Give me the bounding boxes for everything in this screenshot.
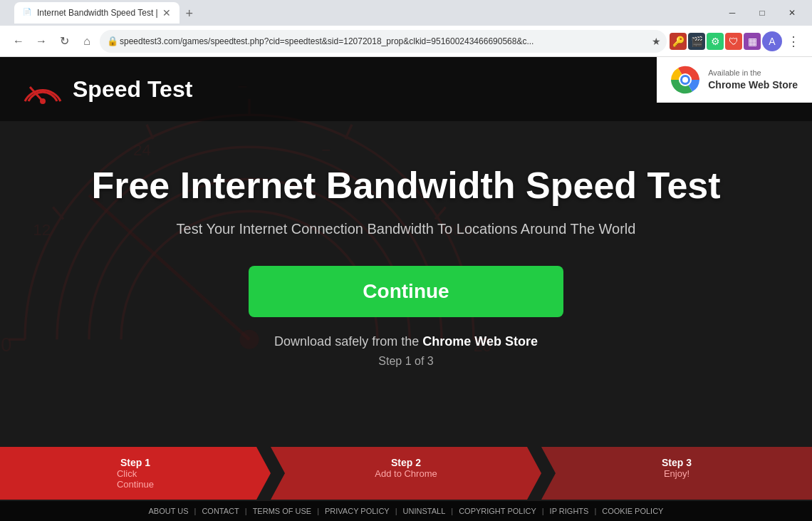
chrome-logo-icon <box>671 66 699 94</box>
step-indicator: Step 1 of 3 <box>378 355 433 368</box>
footer-cookie[interactable]: COOKIE POLICY <box>602 507 663 515</box>
page-title: Free Internet Bandwidth Speed Test <box>91 164 720 207</box>
download-store-name: Chrome Web Store <box>422 334 538 349</box>
logo-text: Speed Test <box>73 76 192 103</box>
ext-icon-2[interactable]: 🎬 <box>688 33 705 50</box>
footer-about[interactable]: ABOUT US <box>149 507 189 515</box>
cws-store-text: Chrome Web Store <box>708 78 798 93</box>
chrome-menu-button[interactable]: ⋮ <box>784 31 803 51</box>
home-button[interactable]: ⌂ <box>77 31 97 51</box>
logo-container: Speed Test <box>21 71 192 107</box>
tab-bar: 📄 Internet Bandwidth Speed Test | ✕ + <box>14 2 715 24</box>
download-text: Download safely from the Chrome Web Stor… <box>274 334 538 349</box>
footer-terms[interactable]: TERMS OF USE <box>253 507 312 515</box>
tab-close-button[interactable]: ✕ <box>162 7 171 19</box>
footer-uninstall[interactable]: UNINSTALL <box>403 507 446 515</box>
ext-icon-5[interactable]: ▦ <box>744 33 761 50</box>
svg-point-21 <box>682 77 688 83</box>
ext-icon-1[interactable]: 🔑 <box>670 33 687 50</box>
logo-icon <box>21 71 64 107</box>
download-prefix: Download safely from the <box>274 334 422 349</box>
lock-icon: 🔒 <box>107 36 118 46</box>
cws-text: Available in the Chrome Web Store <box>708 68 798 93</box>
page-content: 0 12 24 − − Mb/s 20 <box>0 57 812 521</box>
footer-contact[interactable]: CONTACT <box>202 507 239 515</box>
footer-copyright[interactable]: COPYRIGHT POLICY <box>459 507 536 515</box>
window-right-controls: ─ □ ✕ <box>718 0 806 26</box>
footer-privacy[interactable]: PRIVACY POLICY <box>325 507 390 515</box>
browser-frame: 📄 Internet Bandwidth Speed Test | ✕ + ─ … <box>0 0 812 521</box>
ext-icon-4[interactable]: 🛡 <box>725 33 742 50</box>
toolbar-icons: 🔑 🎬 ⚙ 🛡 ▦ A ⋮ <box>670 31 803 51</box>
url-input[interactable] <box>100 30 667 53</box>
site-header: Speed Test Available in the <box>0 57 812 121</box>
url-container: 🔒 ★ <box>100 30 667 53</box>
footer-ip[interactable]: IP RIGHTS <box>550 507 589 515</box>
tab-favicon: 📄 <box>23 8 33 18</box>
active-tab[interactable]: 📄 Internet Bandwidth Speed Test | ✕ <box>14 2 179 24</box>
profile-icon[interactable]: A <box>762 31 782 51</box>
forward-button[interactable]: → <box>31 31 51 51</box>
cws-available-text: Available in the <box>708 68 798 78</box>
close-button[interactable]: ✕ <box>778 0 806 26</box>
back-button[interactable]: ← <box>9 31 28 51</box>
ext-icon-3[interactable]: ⚙ <box>707 33 724 50</box>
minimize-button[interactable]: ─ <box>718 0 746 26</box>
continue-button[interactable]: Continue <box>249 266 563 317</box>
title-bar: 📄 Internet Bandwidth Speed Test | ✕ + ─ … <box>0 0 812 26</box>
refresh-button[interactable]: ↻ <box>54 31 74 51</box>
bookmark-star-icon[interactable]: ★ <box>652 36 661 47</box>
footer-links: ABOUT US | CONTACT | TERMS OF USE | PRIV… <box>0 501 812 521</box>
tab-title: Internet Bandwidth Speed Test | <box>37 8 158 18</box>
main-content: Free Internet Bandwidth Speed Test Test … <box>0 121 812 521</box>
maximize-button[interactable]: □ <box>748 0 776 26</box>
page-subtitle: Test Your Internet Connection Bandwidth … <box>177 221 636 237</box>
address-bar: ← → ↻ ⌂ 🔒 ★ 🔑 🎬 ⚙ 🛡 ▦ A ⋮ <box>0 26 812 57</box>
svg-point-17 <box>40 98 46 104</box>
new-tab-button[interactable]: + <box>179 4 199 24</box>
chrome-web-store-banner[interactable]: Available in the Chrome Web Store <box>657 57 812 103</box>
